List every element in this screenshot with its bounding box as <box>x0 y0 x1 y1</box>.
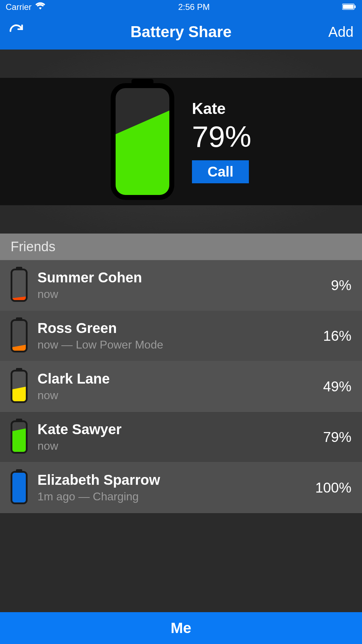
friend-percent: 79% <box>323 429 351 445</box>
hero-inner: Kate 79% Call <box>0 78 362 205</box>
friend-name: Kate Sawyer <box>37 421 313 437</box>
friend-percent: 9% <box>331 277 351 293</box>
friend-row[interactable]: Elizabeth Sparrow 1m ago — Charging 100% <box>0 462 362 513</box>
wifi-icon <box>35 2 46 12</box>
nav-bar: Battery Share Add <box>0 14 362 50</box>
hero-name: Kate <box>192 100 251 117</box>
hero-percent: 79% <box>192 120 251 154</box>
svg-rect-2 <box>355 5 356 8</box>
friend-percent: 49% <box>323 379 351 395</box>
friend-text: Ross Green now — Low Power Mode <box>37 320 313 351</box>
friend-row[interactable]: Clark Lane now 49% <box>0 361 362 412</box>
battery-icon <box>11 319 28 352</box>
carrier-label: Carrier <box>6 2 31 12</box>
friend-text: Elizabeth Sparrow 1m ago — Charging <box>37 472 305 503</box>
page-title: Battery Share <box>51 23 311 41</box>
friend-percent: 100% <box>315 480 351 496</box>
friend-text: Summer Cohen now <box>37 270 321 301</box>
battery-icon <box>11 420 28 454</box>
hero-info: Kate 79% Call <box>192 100 251 183</box>
status-left: Carrier <box>6 2 46 12</box>
refresh-icon <box>8 23 24 40</box>
friend-row[interactable]: Ross Green now — Low Power Mode 16% <box>0 311 362 361</box>
friend-status: now — Low Power Mode <box>37 338 313 351</box>
friend-status: 1m ago — Charging <box>37 490 305 503</box>
friend-percent: 16% <box>323 328 351 344</box>
friend-row[interactable]: Kate Sawyer now 79% <box>0 412 362 462</box>
add-button[interactable]: Add <box>311 24 354 40</box>
friend-name: Ross Green <box>37 320 313 336</box>
battery-icon <box>11 471 28 504</box>
status-time: 2:56 PM <box>178 2 210 12</box>
friend-name: Elizabeth Sparrow <box>37 472 305 488</box>
friend-name: Clark Lane <box>37 371 313 387</box>
battery-icon <box>11 269 28 302</box>
hero-panel: Kate 79% Call <box>0 50 362 234</box>
battery-icon <box>11 370 28 403</box>
call-button[interactable]: Call <box>192 160 249 183</box>
friend-name: Summer Cohen <box>37 270 321 286</box>
refresh-button[interactable] <box>8 23 51 40</box>
svg-rect-1 <box>343 5 354 9</box>
friends-section-header: Friends <box>0 234 362 260</box>
friend-status: now <box>37 389 313 402</box>
friend-row[interactable]: Summer Cohen now 9% <box>0 260 362 311</box>
status-battery-icon <box>342 2 356 12</box>
hero-battery-icon <box>111 83 174 200</box>
friend-text: Clark Lane now <box>37 371 313 402</box>
status-bar: Carrier 2:56 PM <box>0 0 362 14</box>
friend-status: now <box>37 288 321 301</box>
friends-list: Summer Cohen now 9% Ross Green now — Low… <box>0 260 362 513</box>
tab-me[interactable]: Me <box>0 612 362 644</box>
friend-text: Kate Sawyer now <box>37 421 313 453</box>
friend-status: now <box>37 439 313 453</box>
